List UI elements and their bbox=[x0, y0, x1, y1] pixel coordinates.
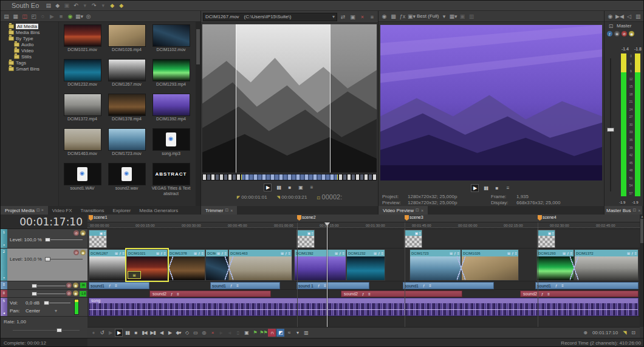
media-item[interactable]: sound2.wav bbox=[104, 163, 149, 198]
undo-dropdown-icon[interactable]: ▾ bbox=[81, 2, 89, 9]
trimmer-menu-icon[interactable]: ≡ bbox=[368, 13, 376, 21]
video-clip-thumbnail[interactable] bbox=[168, 256, 205, 280]
track-header-4[interactable]: ≡ ⊘ ◉ -1.8 bbox=[1, 290, 87, 298]
timeline-scrollbar[interactable]: ▲ bbox=[640, 215, 644, 327]
event-menu-icon[interactable]: ≡ bbox=[122, 252, 125, 255]
event-menu-icon[interactable]: ≡ bbox=[561, 284, 564, 287]
tree-item[interactable]: By Type bbox=[1, 35, 58, 41]
track-1-solo-icon[interactable]: ◉ bbox=[80, 230, 86, 236]
pan-crop-icon[interactable]: ⊞ bbox=[507, 251, 510, 255]
pan-crop-icon[interactable]: ⊞ bbox=[627, 251, 630, 255]
event-menu-icon[interactable]: ≡ bbox=[419, 232, 421, 235]
track-5-lane[interactable]: song bbox=[87, 298, 640, 317]
marker-bar[interactable]: scene1 scene2 scene3 scene4 bbox=[87, 215, 640, 222]
pan-crop-icon[interactable]: ⊞ bbox=[335, 251, 338, 255]
tab-video-preview[interactable]: Video Preview ⊡ × bbox=[379, 206, 428, 215]
tree-item[interactable]: Tags bbox=[1, 60, 58, 66]
selected-event-tool-badge[interactable]: ⊞ bbox=[128, 271, 141, 279]
timeline-marker[interactable]: scene3 bbox=[405, 215, 423, 222]
trimmer-in-time[interactable]: 00:00:01:01 bbox=[241, 194, 267, 200]
pan-chevron-icon[interactable]: ▾ bbox=[55, 308, 57, 314]
quality-chevron-icon[interactable]: ▾ bbox=[440, 13, 448, 20]
zoom-tool-icon[interactable]: ◎ bbox=[200, 329, 208, 337]
marker-flag-icon[interactable] bbox=[297, 215, 301, 221]
automation-icon[interactable]: ◉ bbox=[606, 13, 614, 20]
preview-mode-icon[interactable]: ▣▾ bbox=[408, 13, 416, 20]
redo-icon[interactable]: ↷ bbox=[90, 2, 98, 9]
trimmer-filmstrip[interactable] bbox=[202, 174, 377, 180]
event-fx-icon[interactable]: ƒ bbox=[221, 252, 223, 255]
media-item[interactable]: DCIM1267.mov bbox=[104, 59, 149, 94]
video-clip-header[interactable]: DCIM1293 ⊞ ƒ ≡ bbox=[537, 250, 574, 256]
pan-crop-icon[interactable]: ⊞ bbox=[281, 251, 284, 255]
track-4-vol-slider[interactable] bbox=[32, 294, 66, 294]
title-clip[interactable]: ▣≡ bbox=[89, 230, 107, 248]
insert-marker-icon[interactable]: ⚑ bbox=[251, 329, 259, 337]
marker-flag-icon[interactable] bbox=[538, 215, 542, 221]
pan-crop-icon[interactable]: ⊞ bbox=[217, 251, 220, 255]
event-menu-icon[interactable]: ≡ bbox=[634, 252, 637, 255]
video-clip-thumbnail[interactable] bbox=[295, 256, 346, 280]
track-header-2[interactable]: 2▪ Level: 100,0 % ⊘ ◉ bbox=[1, 249, 87, 281]
audio-clip-sound2[interactable]: sound2 ƒ ≡ bbox=[341, 290, 462, 297]
loop-region-icon[interactable]: ⊡ bbox=[631, 330, 635, 335]
audio-clip-sound1[interactable]: sound1 ƒ ≡ bbox=[210, 282, 280, 289]
video-clip-thumbnail[interactable] bbox=[462, 256, 518, 280]
split-screen-icon[interactable]: ▩ bbox=[389, 13, 397, 20]
popout-icon[interactable]: ⊡ bbox=[225, 208, 228, 213]
event-fx-icon[interactable]: ƒ bbox=[230, 284, 232, 287]
preview-menu-icon[interactable]: ≡ bbox=[504, 184, 512, 192]
preview-play-icon[interactable]: ▶ bbox=[471, 184, 479, 192]
master-fader-handle[interactable] bbox=[607, 128, 614, 132]
brush-a-icon[interactable]: ◆ bbox=[108, 2, 116, 9]
dim-output-icon[interactable]: ◁ bbox=[625, 13, 633, 20]
trimmer-stop-icon[interactable]: ■ bbox=[286, 184, 293, 191]
media-item[interactable]: song.mp3 bbox=[149, 128, 193, 163]
track-3-mute-icon[interactable]: ⊘ bbox=[66, 283, 72, 288]
video-clip-header[interactable]: DCIM1372 ⊞ ƒ ≡ bbox=[575, 250, 638, 256]
video-clip-header[interactable]: DCIM1392 ⊞ ƒ ≡ bbox=[295, 250, 346, 256]
save-markers-icon[interactable]: ▣ bbox=[349, 13, 357, 21]
slider-handle[interactable] bbox=[44, 301, 49, 305]
tree-item[interactable]: Media Bins bbox=[1, 29, 58, 35]
rate-slider[interactable] bbox=[13, 330, 80, 331]
insert-fx-icon[interactable]: ƒ bbox=[607, 31, 612, 36]
title-clip-body[interactable] bbox=[405, 236, 422, 247]
video-clip[interactable]: DCIM1293 ⊞ ƒ ≡ bbox=[536, 249, 574, 281]
media-item[interactable]: DCIM1463.mov bbox=[60, 128, 104, 163]
track-header-3[interactable]: ≡ ⊘ ◉ 36 bbox=[1, 281, 87, 290]
video-clip-header[interactable]: DCIM1463 ⊞ ƒ ≡ bbox=[229, 250, 292, 256]
timeline-scrollbar-thumb[interactable] bbox=[640, 219, 644, 243]
generated-media-icon[interactable]: ▣ bbox=[100, 231, 103, 235]
event-menu-icon[interactable]: ≡ bbox=[177, 292, 179, 296]
panel-tab-controls[interactable]: ⊡ × bbox=[36, 208, 44, 213]
event-fx-icon[interactable]: ƒ bbox=[160, 252, 162, 255]
preview-video-display[interactable] bbox=[380, 25, 602, 180]
redo-dropdown-icon[interactable]: ▾ bbox=[99, 2, 107, 9]
marker-jump-icon[interactable]: ◥ bbox=[623, 330, 626, 335]
pan-crop-icon[interactable]: ⊞ bbox=[156, 251, 159, 255]
trim-out-line[interactable] bbox=[330, 24, 331, 173]
media-scrollbar[interactable] bbox=[196, 22, 200, 206]
capture-video-icon[interactable]: ◰ bbox=[30, 13, 38, 20]
track-5-vol-slider[interactable] bbox=[44, 303, 70, 303]
track-2-level-slider[interactable] bbox=[45, 259, 83, 259]
lock-icon[interactable]: ▣ bbox=[242, 329, 250, 337]
close-icon[interactable]: × bbox=[230, 208, 233, 213]
event-menu-icon[interactable]: ≡ bbox=[163, 252, 166, 255]
event-fx-icon[interactable]: ƒ bbox=[631, 252, 633, 255]
track-5-strip[interactable]: 5◂ bbox=[1, 298, 7, 316]
event-menu-icon[interactable]: ≡ bbox=[311, 232, 313, 235]
popout-icon[interactable]: ⊡ bbox=[416, 208, 419, 213]
auto-ripple-icon[interactable]: ≈ bbox=[285, 329, 293, 337]
tab-master-bus[interactable]: Master Bus ⊡ × bbox=[605, 206, 642, 215]
meter-options-icon[interactable]: ▥ bbox=[634, 13, 642, 20]
event-menu-icon[interactable]: ≡ bbox=[201, 252, 204, 255]
views-dropdown-icon[interactable]: ▦▾ bbox=[75, 13, 83, 20]
event-fx-icon[interactable]: ƒ bbox=[541, 292, 543, 296]
envelope-tool-icon[interactable]: ◇ bbox=[183, 329, 191, 337]
video-clip-thumbnail[interactable] bbox=[347, 256, 385, 280]
app-icon[interactable]: ▤ bbox=[44, 2, 52, 9]
chevron-down-icon[interactable]: ▾ bbox=[332, 14, 335, 19]
media-item[interactable]: DCIM1232.mov bbox=[60, 59, 104, 94]
